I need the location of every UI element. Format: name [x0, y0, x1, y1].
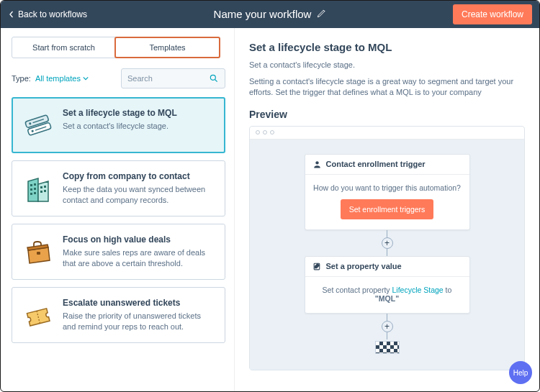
template-desc: Set a contact's lifecycle stage. — [63, 121, 177, 132]
detail-heading: Set a lifecycle stage to MQL — [249, 41, 525, 53]
svg-line-1 — [215, 80, 217, 82]
briefcase-icon — [21, 234, 55, 269]
search-input-wrapper[interactable] — [121, 68, 225, 88]
creation-mode-tabs: Start from scratch Templates — [12, 37, 220, 58]
template-title: Escalate unanswered tickets — [63, 298, 215, 308]
svg-rect-17 — [44, 190, 46, 192]
template-card-lifecycle-mql[interactable]: Set a lifecycle stage to MQL Set a conta… — [12, 97, 225, 153]
help-button[interactable]: Help — [509, 361, 532, 384]
add-step-button[interactable]: + — [382, 321, 393, 332]
chevron-left-icon — [8, 11, 15, 18]
add-step-button[interactable]: + — [382, 237, 393, 249]
preview-label: Preview — [249, 109, 525, 120]
flow-connector: + — [382, 314, 393, 339]
svg-rect-18 — [37, 252, 40, 255]
template-desc: Keep the data you want synced between co… — [63, 184, 215, 206]
template-card-escalate-tickets[interactable]: Escalate unanswered tickets Raise the pr… — [12, 287, 225, 343]
flow-end-marker — [375, 341, 400, 354]
window-dots — [250, 127, 524, 140]
flow-node-enrollment[interactable]: Contact enrollment trigger How do you wa… — [305, 154, 470, 230]
edit-title-button[interactable] — [317, 8, 326, 21]
tab-start-from-scratch[interactable]: Start from scratch — [12, 37, 115, 58]
cards-icon — [21, 108, 55, 142]
flow-node-set-property[interactable]: Set a property value Set contact propert… — [305, 256, 470, 314]
detail-subtitle: Set a contact's lifecycle stage. — [249, 60, 525, 69]
pencil-icon — [317, 9, 326, 18]
template-title: Copy from company to contact — [63, 171, 215, 181]
edit-note-icon — [312, 262, 322, 271]
template-card-copy-company[interactable]: Copy from company to contact Keep the da… — [12, 160, 225, 216]
property-link[interactable]: Lifecycle Stage — [392, 286, 443, 294]
contact-icon — [312, 160, 322, 169]
svg-point-0 — [210, 75, 215, 80]
node-body-text: How do you want to trigger this automati… — [312, 183, 462, 192]
node-title: Contact enrollment trigger — [326, 160, 426, 168]
template-card-high-value-deals[interactable]: Focus on high value deals Make sure sale… — [12, 224, 225, 280]
back-to-workflows-link[interactable]: Back to workflows — [8, 9, 87, 19]
detail-description: Setting a contact's lifecycle stage is a… — [249, 76, 525, 99]
tab-templates[interactable]: Templates — [114, 37, 220, 58]
back-label: Back to workflows — [18, 9, 87, 19]
svg-rect-12 — [30, 193, 32, 195]
svg-rect-11 — [34, 188, 36, 190]
svg-rect-10 — [30, 188, 32, 191]
svg-rect-8 — [30, 184, 32, 186]
template-desc: Make sure sales reps are aware of deals … — [63, 247, 215, 269]
svg-rect-9 — [34, 183, 36, 186]
flow-connector: + — [382, 230, 393, 256]
search-icon — [209, 73, 219, 83]
svg-rect-13 — [34, 192, 36, 194]
template-title: Focus on high value deals — [63, 234, 215, 245]
node-body-text: Set contact property Lifecycle Stage to … — [305, 277, 469, 313]
svg-rect-15 — [44, 186, 46, 188]
type-filter-dropdown[interactable]: All templates — [35, 74, 89, 83]
svg-point-20 — [315, 161, 318, 164]
type-filter-label: Type: — [12, 74, 31, 83]
node-title: Set a property value — [326, 262, 402, 270]
search-input[interactable] — [127, 74, 209, 83]
buildings-icon — [21, 171, 55, 206]
svg-rect-14 — [40, 186, 42, 188]
create-workflow-button[interactable]: Create workflow — [453, 4, 532, 24]
workflow-title[interactable]: Name your workflow — [214, 8, 312, 21]
template-desc: Raise the priority of unanswered tickets… — [63, 311, 215, 332]
template-title: Set a lifecycle stage to MQL — [63, 108, 177, 118]
ticket-icon — [21, 298, 55, 332]
set-enrollment-triggers-button[interactable]: Set enrollment triggers — [341, 199, 434, 219]
preview-panel: Contact enrollment trigger How do you wa… — [249, 126, 525, 370]
svg-rect-16 — [40, 191, 42, 193]
chevron-down-icon — [83, 76, 89, 81]
